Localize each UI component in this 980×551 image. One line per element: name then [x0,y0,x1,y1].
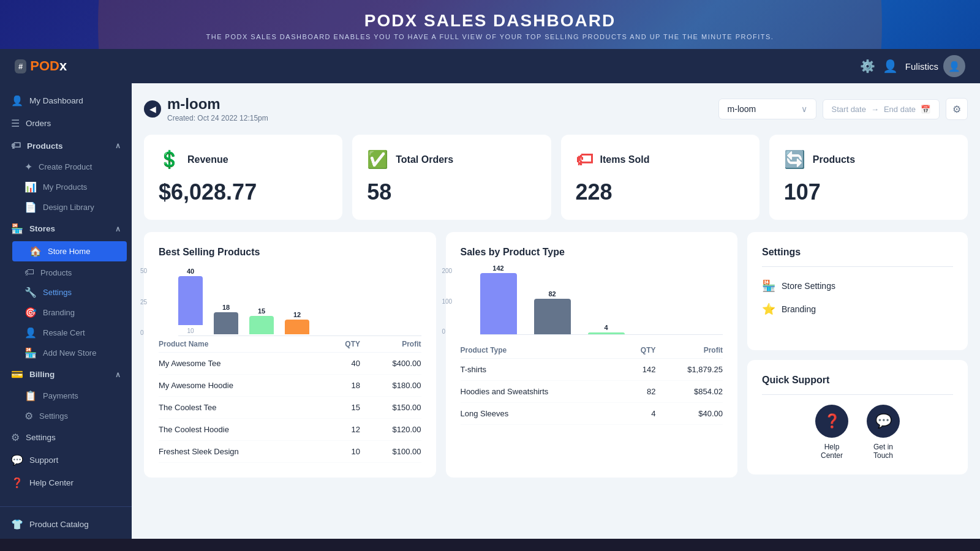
sidebar-label-product-catalog: Product Catalog [29,520,89,529]
sidebar-item-add-new-store[interactable]: 🏪 Add New Store [7,343,132,363]
profit-cell: $400.00 [360,353,421,375]
banner-title: PODX SALES DASHBOARD [12,11,968,31]
create-product-icon: ✦ [24,161,32,173]
stat-card-total-orders: ✅ Total Orders 58 [352,135,551,220]
sales-qty-cell: 4 [627,403,656,425]
sidebar-item-branding[interactable]: 🎯 Branding [7,302,132,323]
table-row: T-shirts 142 $1,879.25 [461,359,723,381]
product-name-cell: Freshest Sleek Design [159,441,328,463]
items-sold-icon: 🏷 [576,149,593,170]
quick-support-title: Quick Support [762,375,953,386]
store-title-block: m-loom Created: Oct 24 2022 12:15pm [167,96,268,122]
sidebar-billing-section[interactable]: 💳 Billing ∧ [0,363,132,386]
get-in-touch-support-btn[interactable]: 💬 Get inTouch [867,405,900,460]
topnav: # PODx ⚙️ 👤 Fulistics 👤 [0,49,980,83]
user-info: Fulistics 👤 [905,55,965,77]
table-row: My Awesome Tee 40 $400.00 [159,353,421,375]
sidebar-products-section[interactable]: 🏷 Products ∧ [0,135,132,157]
sidebar-item-orders[interactable]: ☰ Orders [0,112,132,135]
settings-icon[interactable]: ⚙️ [860,59,875,73]
avatar: 👤 [943,55,965,77]
revenue-icon: 💲 [159,149,180,170]
help-center-icon: ❓ [11,477,23,489]
sidebar-label-add-store: Add New Store [43,348,96,358]
add-store-icon: 🏪 [24,347,37,359]
sidebar-item-my-products[interactable]: 📊 My Products [7,177,132,197]
sales-profit-cell: $1,879.25 [655,359,723,381]
sidebar-item-billing-settings[interactable]: ⚙ Settings [7,406,132,426]
profit-cell: $100.00 [360,441,421,463]
sidebar-label-help-center: Help Center [29,478,74,487]
billing-chevron: ∧ [115,370,121,379]
store-settings-panel-link[interactable]: 🏪 Store Settings [762,274,953,298]
branding-panel-link[interactable]: ⭐ Branding [762,298,953,321]
product-type-cell: T-shirts [461,359,627,381]
products-submenu: ✦ Create Product 📊 My Products 📄 Design … [0,157,132,217]
table-row: Freshest Sleek Design 10 $100.00 [159,441,421,463]
help-center-support-btn[interactable]: ❓ HelpCenter [815,405,848,460]
select-chevron: ∨ [801,104,807,114]
sidebar-item-product-catalog[interactable]: 👕 Product Catalog [0,513,132,536]
qty-cell: 18 [328,375,360,397]
sidebar-label-support: Support [29,455,58,465]
resale-cert-icon: 👤 [24,327,37,339]
store-settings-icon: 🔧 [24,287,37,298]
sidebar-label-billing: Billing [29,370,55,379]
sales-bar-1: 82 [534,290,571,334]
products-label: Products [813,154,855,165]
sidebar-label-dashboard: My Dashboard [29,96,83,105]
stat-card-products: 🔄 Products 107 [769,135,968,220]
sales-bar-0: 142 [480,264,517,334]
bar-0 [178,276,203,325]
store-name: m-loom [167,96,268,113]
sidebar-label-billing-settings: Settings [39,411,68,421]
sales-bar-label-0: 142 [492,264,503,272]
dashboard-icon: 👤 [11,95,23,107]
sales-bar-label-2: 4 [604,324,608,331]
sidebar-item-create-product[interactable]: ✦ Create Product [7,157,132,177]
date-range-picker[interactable]: Start date → End date 📅 [823,99,940,119]
sales-y-labels: 200 100 0 [442,268,453,335]
design-library-icon: 📄 [24,201,37,213]
sidebar-item-payments[interactable]: 📋 Payments [7,386,132,406]
revenue-value: $6,028.77 [159,179,328,205]
sales-by-type-title: Sales by Product Type [461,247,723,258]
sidebar-item-help-center[interactable]: ❓ Help Center [0,471,132,494]
bar-1 [214,312,238,334]
product-name-cell: My Awesome Hoodie [159,375,328,397]
sales-chart: 200 100 0 142 82 [461,268,723,335]
sidebar-item-design-library[interactable]: 📄 Design Library [7,197,132,217]
sidebar-item-store-home[interactable]: 🏠 Store Home [12,241,127,261]
stores-section-icon: 🏪 [11,223,23,234]
sidebar-stores-section[interactable]: 🏪 Stores ∧ [0,217,132,240]
support-divider [762,394,953,395]
sidebar-item-settings[interactable]: ⚙ Settings [0,426,132,449]
total-orders-icon: ✅ [367,149,388,170]
product-type-cell: Long Sleeves [461,403,627,425]
products-section-icon: 🏷 [11,140,21,151]
settings-card: Settings 🏪 Store Settings ⭐ Branding [747,232,968,350]
sidebar-label-store-products: Products [40,268,72,277]
sidebar-label-stores: Stores [29,224,55,233]
get-in-touch-btn-label: Get inTouch [873,443,893,460]
store-settings-link-icon: 🏪 [762,279,775,293]
bar-label-3: 12 [293,311,301,318]
product-type-cell: Hoodies and Sweatshirts [461,381,627,403]
sidebar-item-my-dashboard[interactable]: 👤 My Dashboard [0,89,132,112]
date-end: End date [884,105,916,114]
qty-cell: 15 [328,397,360,419]
store-select[interactable]: m-loom ∨ [718,99,816,119]
sidebar-item-support[interactable]: 💬 Support [0,449,132,471]
stat-card-revenue: 💲 Revenue $6,028.77 [144,135,342,220]
sidebar-item-store-settings[interactable]: 🔧 Settings [7,282,132,302]
sidebar-item-resale-cert[interactable]: 👤 Resale Cert [7,323,132,343]
col-sales-profit: Profit [655,342,723,359]
sales-qty-cell: 82 [627,381,656,403]
content-settings-button[interactable]: ⚙ [946,98,968,120]
notifications-icon[interactable]: 👤 [883,59,898,73]
best-selling-table: Product Name QTY Profit My Awesome Tee 4… [159,336,421,463]
back-button[interactable]: ◀ [144,100,161,118]
items-sold-label: Items Sold [600,154,650,165]
content-area: ◀ m-loom Created: Oct 24 2022 12:15pm m-… [132,83,980,539]
sidebar-item-store-products[interactable]: 🏷 Products [7,263,132,282]
